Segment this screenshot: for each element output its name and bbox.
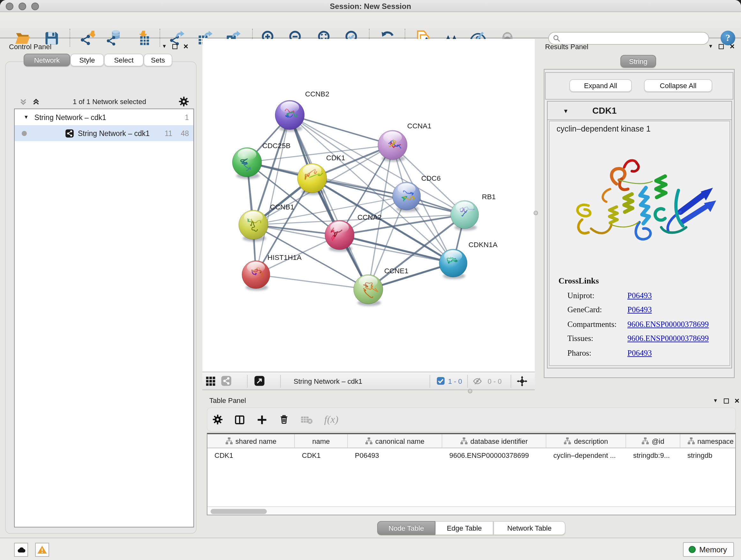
- panel-float-icon[interactable]: [724, 398, 729, 403]
- delete-columns-trash-icon[interactable]: [279, 415, 289, 425]
- network-node-ccna2[interactable]: [325, 220, 354, 252]
- tab-node-table[interactable]: Node Table: [377, 521, 435, 535]
- panel-collapse-icon[interactable]: ▼: [162, 44, 167, 49]
- cytoscape-window: Session: New Session ? Control Panel ▼ ×: [0, 0, 741, 560]
- warnings-status-button[interactable]: [35, 543, 49, 557]
- birdseye-view-icon[interactable]: [205, 372, 216, 389]
- network-options-gear-icon[interactable]: [179, 97, 189, 107]
- horizontal-splitter-grip[interactable]: [468, 389, 472, 393]
- tab-string[interactable]: String: [620, 55, 656, 68]
- network-node-ccne1[interactable]: [354, 274, 383, 306]
- vertical-splitter-grip[interactable]: [534, 211, 538, 215]
- collapse-all-networks-icon[interactable]: [19, 98, 27, 106]
- tab-network-table[interactable]: Network Table: [493, 521, 565, 535]
- open-in-new-window-icon[interactable]: [254, 372, 265, 389]
- panel-collapse-icon[interactable]: ▼: [713, 398, 718, 403]
- table-toolbar: f(x): [207, 408, 736, 432]
- panel-float-icon[interactable]: [719, 44, 724, 49]
- crosslink-row: Pharos: P06493: [549, 346, 730, 361]
- table-options-gear-icon[interactable]: [212, 415, 223, 425]
- network-node-hist1h1a[interactable]: [242, 260, 270, 291]
- node-count: 11: [162, 129, 172, 137]
- collection-label: String Network – cdk1: [35, 113, 106, 121]
- column-header-name[interactable]: name: [295, 434, 348, 448]
- network-view-canvas[interactable]: CCNB2CCNA1CDC25BCDK1CDC6RB1CCNB1CCNA2CDK…: [202, 39, 535, 372]
- network-node-rb1[interactable]: [451, 200, 479, 231]
- expand-all-button[interactable]: Expand All: [569, 79, 632, 92]
- status-bar: Memory: [0, 538, 741, 560]
- crosslink-label: Pharos:: [567, 349, 627, 358]
- network-edge[interactable]: [290, 115, 368, 289]
- node-label-cdkn1a: CDKN1A: [468, 241, 497, 249]
- column-header-description[interactable]: description: [546, 434, 626, 448]
- network-type-badge-icon[interactable]: [221, 372, 232, 389]
- network-row-selected[interactable]: String Network – cdk1 11 48: [15, 125, 193, 141]
- column-tree-icon: [642, 437, 649, 444]
- collection-count: 1: [179, 113, 189, 121]
- column-tree-icon: [225, 437, 233, 444]
- crosslink-link[interactable]: P06493: [627, 291, 652, 301]
- network-edge[interactable]: [256, 274, 368, 289]
- table-cell: stringdb:9...: [626, 448, 680, 462]
- pan-crosshair-icon[interactable]: [516, 372, 528, 389]
- column-header-shared-name[interactable]: shared name: [207, 434, 295, 448]
- column-tree-icon: [460, 437, 468, 444]
- expand-all-networks-icon[interactable]: [32, 98, 40, 106]
- collection-expand-icon[interactable]: ▼: [23, 114, 29, 120]
- tab-select[interactable]: Select: [104, 54, 144, 66]
- show-columns-icon[interactable]: [234, 414, 245, 425]
- crosslink-link[interactable]: P06493: [627, 349, 652, 358]
- gene-entry-header[interactable]: ▼ CDK1: [548, 102, 731, 120]
- cloud-status-button[interactable]: [14, 543, 28, 557]
- table-row[interactable]: CDK1CDK1P064939606.ENSP00000378699cyclin…: [207, 448, 735, 462]
- network-node-ccnb1[interactable]: [239, 210, 268, 242]
- network-node-ccna1[interactable]: [378, 130, 407, 162]
- collapse-all-button[interactable]: Collapse All: [644, 79, 712, 92]
- crosslink-link[interactable]: P06493: [627, 306, 652, 315]
- network-edge[interactable]: [290, 115, 393, 145]
- column-header-database-identifier[interactable]: database identifier: [442, 434, 546, 448]
- delete-table-icon: [300, 415, 313, 424]
- table-horizontal-scrollbar[interactable]: [207, 506, 735, 515]
- function-builder-icon: f(x): [324, 415, 338, 425]
- hidden-eye-slash-icon: [472, 372, 482, 389]
- network-manager-box: 1 of 1 Network selected ▼ String Network…: [5, 61, 197, 534]
- entry-expand-icon[interactable]: ▼: [563, 108, 569, 114]
- column-header-canonical-name[interactable]: canonical name: [348, 434, 442, 448]
- table-cell: stringdb: [680, 448, 736, 462]
- scrollbar-thumb[interactable]: [211, 509, 267, 514]
- network-collection-row[interactable]: ▼ String Network – cdk1 1: [15, 109, 193, 125]
- node-table: shared namenamecanonical namedatabase id…: [207, 433, 736, 515]
- crosslink-link[interactable]: 9606.ENSP00000378699: [627, 320, 709, 329]
- create-column-plus-icon[interactable]: [257, 414, 267, 425]
- network-view-toolbar: String Network – cdk1 1 - 0 0 - 0: [202, 372, 535, 390]
- panel-float-icon[interactable]: [173, 44, 178, 49]
- tab-style[interactable]: Style: [70, 54, 104, 66]
- memory-button[interactable]: Memory: [683, 542, 734, 557]
- column-header-namespace[interactable]: namespace: [680, 434, 736, 448]
- network-label: String Network – cdk1: [78, 129, 150, 137]
- network-node-cdc6[interactable]: [393, 182, 421, 212]
- network-edge[interactable]: [256, 115, 290, 274]
- node-label-cdc25b: CDC25B: [262, 142, 290, 150]
- crosslink-row: Compartments: 9606.ENSP00000378699: [549, 317, 730, 332]
- network-node-cdk1[interactable]: [297, 164, 327, 195]
- tab-edge-table[interactable]: Edge Table: [435, 521, 493, 535]
- tab-network[interactable]: Network: [23, 54, 70, 66]
- network-node-cdkn1a[interactable]: [439, 249, 467, 279]
- column-header--id[interactable]: @id: [626, 434, 680, 448]
- gene-description: cyclin–dependent kinase 1: [556, 125, 651, 133]
- tab-sets[interactable]: Sets: [144, 54, 172, 66]
- hidden-node-edge-counts: 0 - 0: [488, 372, 502, 389]
- panel-close-icon[interactable]: ×: [730, 42, 735, 51]
- panel-collapse-icon[interactable]: ▼: [708, 44, 713, 49]
- control-panel-title: Control Panel: [9, 43, 51, 51]
- panel-close-icon[interactable]: ×: [735, 396, 739, 405]
- selected-checkbox-icon[interactable]: [436, 372, 445, 389]
- protein-structure-image: [555, 151, 724, 256]
- table-cell: P06493: [348, 448, 442, 462]
- crosslink-link[interactable]: 9606.ENSP00000378699: [627, 334, 709, 344]
- gene-entry-content: cyclin–dependent kinase 1: [549, 121, 730, 366]
- panel-close-icon[interactable]: ×: [184, 42, 188, 51]
- network-node-cdc25b[interactable]: [232, 147, 262, 179]
